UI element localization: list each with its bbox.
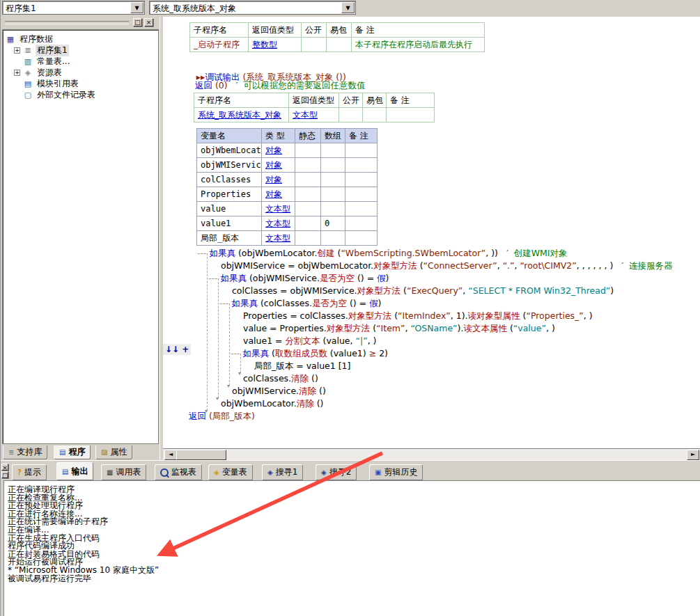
table-row[interactable]: 局部_版本文本型 bbox=[197, 231, 378, 246]
code-line[interactable]: objWMIService.清除 () bbox=[232, 386, 326, 397]
code-segment: “|” bbox=[355, 335, 367, 346]
output-line: 正在生成主程序入口代码 bbox=[8, 535, 700, 543]
table-row[interactable]: 系统_取系统版本_对象 文本型 bbox=[194, 108, 435, 123]
var-type-link[interactable]: 文本型 bbox=[265, 204, 290, 214]
table-row[interactable]: objWMIService对象 bbox=[197, 158, 378, 173]
scroll-left-button[interactable]: ◄ bbox=[164, 450, 177, 460]
program-data-tree[interactable]: ▦ 程序数据 +≣程序集1▥常量表...+◈资源表▤模块引用表▢外部文件记录表 bbox=[2, 29, 159, 444]
code-segment: 清除 bbox=[297, 398, 314, 409]
tab-label: 属性 bbox=[110, 446, 127, 458]
editor-hscrollbar[interactable]: ◄ ► bbox=[163, 448, 700, 461]
code-line[interactable]: colClasses.清除 () bbox=[243, 373, 318, 385]
code-segment: ′ 创建WMI对象 bbox=[498, 248, 568, 258]
var-type-link[interactable]: 对象 bbox=[265, 175, 282, 184]
subroutine-combobox[interactable]: 系统_取系统版本_对象 ▼ bbox=[149, 1, 356, 15]
tab-剪辑历史[interactable]: ▣剪辑历史 bbox=[369, 464, 423, 480]
tab-提示[interactable]: ?提示 bbox=[12, 464, 47, 480]
code-line[interactable]: objWbemLocator.清除 () bbox=[221, 398, 323, 410]
dock-minimize-button[interactable]: □ bbox=[133, 18, 142, 26]
tab-属性[interactable]: ▨属性 bbox=[95, 445, 132, 459]
code-line[interactable]: Properties = colClasses.对象型方法 (“ItemInde… bbox=[243, 310, 593, 322]
code-segment: 是否为空 bbox=[320, 273, 355, 283]
indent-guide bbox=[218, 278, 219, 398]
code-segment: “value” bbox=[513, 323, 546, 333]
chevron-down-icon[interactable]: ▼ bbox=[130, 2, 143, 13]
tab-搜寻2[interactable]: ◈搜寻2 bbox=[316, 464, 357, 480]
code-segment: ) bbox=[386, 273, 389, 283]
panel-close-button[interactable]: × bbox=[1, 464, 8, 471]
output-console[interactable]: 正在编译现行程序正在检查重复名称...正在预处理现行程序正在进行名称连接...正… bbox=[3, 480, 700, 616]
tab-程序[interactable]: ▤程序 bbox=[54, 445, 91, 459]
code-line[interactable]: --- 如果真 (objWMIService.是否为空 () = 假) bbox=[208, 273, 389, 285]
code-line[interactable]: --- 如果真 (colClasses.是否为空 () = 假) bbox=[219, 298, 381, 310]
code-position-marker[interactable]: ↓↓ + bbox=[163, 344, 191, 355]
code-segment: (value1) bbox=[327, 348, 369, 358]
table-row[interactable]: value文本型 bbox=[197, 202, 378, 216]
code-line[interactable]: value = Properties.对象型方法 (“Item”, “OSNam… bbox=[243, 323, 555, 335]
tree-item-程序集1[interactable]: +≣程序集1 bbox=[14, 45, 158, 56]
search-book-icon: ◈ bbox=[267, 468, 273, 476]
code-line[interactable]: --- 如果真 (objWbemLocator.创建 (“WbemScripti… bbox=[197, 248, 568, 260]
tab-搜寻1[interactable]: ◈搜寻1 bbox=[262, 464, 303, 480]
code-segment: ( bbox=[269, 348, 275, 358]
code-line[interactable]: colClasses = objWMIService.对象型方法 (“ExecQ… bbox=[232, 285, 614, 297]
table-row[interactable]: objWbemLocator对象 bbox=[197, 143, 378, 158]
code-line[interactable]: objWMIService = objWbemLocator.对象型方法 (“C… bbox=[221, 260, 673, 272]
chevron-down-icon[interactable]: ▼ bbox=[341, 2, 355, 13]
clipboard-icon: ▣ bbox=[375, 468, 381, 476]
tree-item-模块引用表[interactable]: ▤模块引用表 bbox=[14, 78, 158, 89]
tab-支持库[interactable]: ≣支持库 bbox=[3, 445, 47, 459]
return-type-link[interactable]: 文本型 bbox=[293, 110, 318, 120]
table-row[interactable]: value1文本型0 bbox=[197, 216, 378, 231]
table-row[interactable]: colClasses对象 bbox=[197, 173, 378, 187]
expand-plus-icon[interactable]: + bbox=[14, 47, 20, 54]
local-variable-table[interactable]: 变量名类 型静态数组备 注objWbemLocator对象objWMIServi… bbox=[196, 128, 378, 246]
tree-item-资源表[interactable]: +◈资源表 bbox=[14, 67, 158, 78]
var-type-link[interactable]: 文本型 bbox=[265, 233, 290, 243]
scrollbar-thumb[interactable] bbox=[176, 450, 226, 460]
scroll-right-button[interactable]: ► bbox=[687, 450, 699, 460]
tree-root[interactable]: ▦ 程序数据 bbox=[6, 33, 158, 45]
code-segment: , )) bbox=[485, 248, 498, 258]
tree-item-常量表...[interactable]: ▥常量表... bbox=[14, 56, 158, 67]
code-segment: ) bbox=[378, 298, 382, 308]
var-type-link[interactable]: 对象 bbox=[265, 145, 282, 155]
tab-变量表[interactable]: ◈变量表 bbox=[208, 464, 253, 480]
dock-gripper[interactable] bbox=[5, 21, 129, 24]
code-editor[interactable]: 子程序名 返回值类型 公开 易包 备 注 _启动子程序 整数型 本子程序在程序启… bbox=[163, 17, 700, 448]
subroutine-name-link[interactable]: 系统_取系统版本_对象 bbox=[198, 110, 281, 120]
code-segment: , ) bbox=[546, 323, 555, 333]
code-line[interactable]: 返回 (局部_版本) bbox=[189, 411, 255, 422]
var-type-link[interactable]: 对象 bbox=[265, 189, 282, 199]
return-zero-line[interactable]: 返回 (0) ′ 可以根据您的需要返回任意数值 bbox=[195, 80, 365, 92]
assembly-combobox[interactable]: 程序集1 ▼ bbox=[2, 1, 145, 15]
table-row[interactable]: Properties对象 bbox=[197, 187, 378, 202]
output-line: 正在预处理现行程序 bbox=[8, 502, 700, 510]
dock-close-button[interactable]: × bbox=[144, 18, 153, 26]
expand-plus-icon[interactable]: + bbox=[14, 70, 20, 76]
code-line[interactable]: value1 = 分割文本 (value, “|”, ) bbox=[243, 335, 376, 347]
code-segment: (局部_版本) bbox=[206, 411, 255, 421]
code-line[interactable]: --- 如果真 (取数组成员数 (value1) ≥ 2) bbox=[231, 348, 388, 360]
table-header-row: 变量名类 型静态数组备 注 bbox=[197, 129, 378, 143]
code-segment: 清除 bbox=[291, 373, 309, 384]
code-segment: ′ 连接服务器 bbox=[613, 260, 672, 271]
file-record-icon: ▢ bbox=[23, 90, 33, 100]
tree-item-外部文件记录表[interactable]: ▢外部文件记录表 bbox=[14, 89, 158, 100]
code-segment: (colClasses. bbox=[258, 298, 312, 308]
var-type-link[interactable]: 对象 bbox=[265, 160, 282, 170]
tab-label: 程序 bbox=[68, 446, 85, 458]
table-row[interactable]: _启动子程序 整数型 本子程序在程序启动后最先执行 bbox=[190, 38, 485, 52]
tab-输出[interactable]: ▤输出 bbox=[56, 462, 93, 480]
tab-监视表[interactable]: 监视表 bbox=[155, 464, 202, 480]
var-type-link[interactable]: 文本型 bbox=[265, 219, 290, 228]
module-doc-icon: ▤ bbox=[23, 79, 33, 88]
main-subroutine-table[interactable]: 子程序名 返回值类型 公开 易包 备 注 系统_取系统版本_对象 文本型 bbox=[194, 93, 435, 123]
tab-调用表[interactable]: ▦调用表 bbox=[101, 464, 146, 480]
startup-subroutine-table[interactable]: 子程序名 返回值类型 公开 易包 备 注 _启动子程序 整数型 本子程序在程序启… bbox=[189, 22, 485, 52]
code-segment: “OSName” bbox=[410, 323, 457, 333]
code-line[interactable]: 局部_版本 = value1 [1] bbox=[254, 361, 350, 372]
return-type-link[interactable]: 整数型 bbox=[252, 40, 277, 49]
panel-minimize-button[interactable]: □ bbox=[1, 471, 8, 478]
code-segment: 分割文本 bbox=[286, 335, 320, 346]
